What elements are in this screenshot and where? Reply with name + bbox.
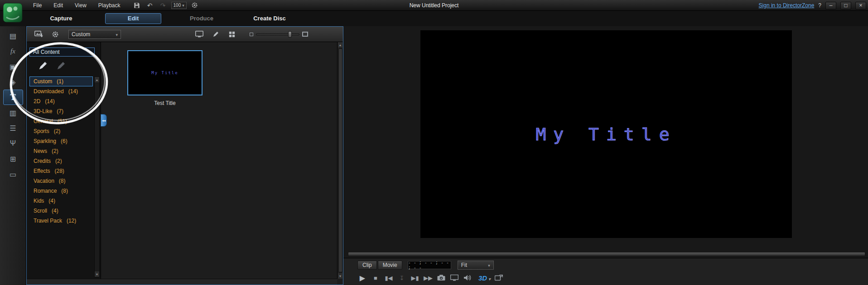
category-label: Romance: [34, 188, 57, 194]
display-mode-button[interactable]: [193, 29, 205, 39]
maximize-button[interactable]: □: [840, 2, 851, 10]
category-label: General: [34, 118, 53, 124]
preferences-button[interactable]: [190, 1, 200, 10]
help-button[interactable]: ?: [818, 2, 821, 9]
modify-template-button[interactable]: [210, 29, 222, 39]
category-downloaded[interactable]: Downloaded(14): [29, 86, 93, 96]
category-label: 3D-Like: [34, 108, 52, 114]
category-scrollbar[interactable]: ▲ ▼: [94, 76, 100, 277]
pip-objects-room-button[interactable]: ▣: [3, 59, 23, 74]
menu-playback[interactable]: Playback: [92, 0, 126, 10]
chapter-room-icon: ⊞: [10, 155, 16, 163]
fast-forward-button[interactable]: ▶▶: [423, 273, 433, 283]
modify-title-button[interactable]: [56, 60, 67, 71]
collapse-panel-handle[interactable]: ◂◂: [101, 114, 107, 127]
title-room-button[interactable]: T: [3, 90, 23, 105]
menubar-toolbar: ↶ ↷ 100: [132, 1, 200, 10]
chevron-down-icon: [488, 274, 491, 282]
audio-mixing-room-button[interactable]: ☰: [3, 120, 23, 136]
previous-frame-button[interactable]: ▮◀: [384, 273, 394, 283]
microphone-icon: Ψ: [10, 139, 16, 147]
create-title-button[interactable]: [38, 60, 48, 71]
thumbnail-size-slider: [250, 32, 308, 37]
dual-preview-button[interactable]: [449, 273, 459, 283]
timeline-zoom-control[interactable]: 100: [171, 2, 187, 9]
category-general[interactable]: General(51): [29, 116, 93, 126]
scroll-down-icon[interactable]: ▼: [95, 271, 99, 277]
menu-edit[interactable]: Edit: [48, 0, 69, 10]
small-thumbnail-icon[interactable]: [250, 33, 253, 36]
title-style-dropdown[interactable]: Custom: [68, 30, 121, 39]
scrollbar-thumb[interactable]: [338, 48, 342, 272]
next-frame-button[interactable]: ▶▮: [410, 273, 420, 283]
category-travel-pack[interactable]: Travel Pack(12): [29, 216, 93, 226]
category-sparkling[interactable]: Sparkling(6): [29, 136, 93, 146]
effect-room-button[interactable]: fx: [3, 43, 23, 59]
category-vacation[interactable]: Vacation(8): [29, 176, 93, 186]
fit-zoom-dropdown[interactable]: Fit: [458, 261, 494, 270]
all-content-dropdown[interactable]: All Content: [29, 48, 95, 57]
thumbnail-slider-thumb[interactable]: [288, 31, 292, 38]
category-2d[interactable]: 2D(14): [29, 96, 93, 106]
save-button[interactable]: [132, 1, 142, 10]
title-template-thumbnail[interactable]: My Title: [127, 50, 203, 95]
snapshot-button[interactable]: [436, 273, 446, 283]
category-label: Kids: [34, 198, 44, 204]
particle-room-button[interactable]: ◈: [3, 74, 23, 90]
effect-room-icon: fx: [10, 48, 15, 55]
category-count: (8): [59, 178, 66, 184]
category-label: 2D: [34, 98, 40, 104]
powerdirector-window: File Edit View Playback ↶ ↷ 100 New Unti…: [0, 0, 868, 285]
close-button[interactable]: ×: [855, 2, 866, 10]
category-credits[interactable]: Credits(2): [29, 156, 93, 166]
grid-view-button[interactable]: [226, 29, 238, 39]
3d-mode-button[interactable]: 3D: [478, 274, 491, 282]
scroll-up-icon[interactable]: ▲: [95, 77, 99, 82]
stop-button[interactable]: ■: [371, 273, 381, 283]
chapter-room-button[interactable]: ⊞: [3, 151, 23, 166]
signin-directorzone-link[interactable]: Sign in to DirectorZone: [759, 2, 815, 9]
transition-room-button[interactable]: ▥: [3, 105, 23, 120]
redo-button[interactable]: ↷: [158, 1, 168, 10]
library-settings-button[interactable]: [49, 29, 61, 39]
category-sports[interactable]: Sports(2): [29, 126, 93, 136]
clip-mode-button[interactable]: Clip: [357, 261, 377, 270]
library-scrollbar[interactable]: ▲ ▼: [337, 42, 343, 279]
category-kids[interactable]: Kids(4): [29, 196, 93, 206]
play-button[interactable]: ▶: [357, 273, 367, 283]
category-news[interactable]: News(2): [29, 146, 93, 156]
movie-mode-button[interactable]: Movie: [378, 261, 402, 270]
scroll-down-icon[interactable]: ▼: [338, 273, 342, 279]
subtitle-room-button[interactable]: ▭: [3, 166, 23, 182]
tab-edit[interactable]: Edit: [105, 13, 161, 24]
undo-button[interactable]: ↶: [145, 1, 155, 10]
minimize-button[interactable]: –: [825, 2, 836, 10]
category-3d-like[interactable]: 3D-Like(7): [29, 106, 93, 116]
voice-over-room-button[interactable]: Ψ: [3, 136, 23, 151]
category-effects[interactable]: Effects(28): [29, 166, 93, 176]
thumbnail-preview-text: My Title: [151, 71, 178, 75]
tab-capture[interactable]: Capture: [34, 11, 88, 26]
scroll-up-icon[interactable]: ▲: [338, 42, 342, 48]
preview-splitter-handle[interactable]: [348, 252, 865, 256]
menu-view[interactable]: View: [69, 0, 92, 10]
thumbnail-slider-track[interactable]: [256, 33, 299, 35]
media-room-button[interactable]: ▤: [3, 28, 23, 43]
volume-button[interactable]: [463, 273, 473, 283]
category-scroll[interactable]: Scroll(4): [29, 206, 93, 216]
category-custom[interactable]: Custom(1): [29, 76, 93, 86]
all-content-label: All Content: [33, 49, 60, 55]
record-button[interactable]: ↧: [397, 273, 407, 283]
menu-file[interactable]: File: [27, 0, 48, 10]
tab-produce[interactable]: Produce: [174, 11, 229, 26]
category-count: (12): [67, 218, 76, 224]
library-horizontal-scrollbar[interactable]: [27, 279, 337, 285]
category-romance[interactable]: Romance(8): [29, 186, 93, 196]
undock-preview-button[interactable]: [494, 273, 504, 283]
download-from-directorzone-button[interactable]: [33, 29, 45, 39]
timecode-display[interactable]: - - ; - - ; - - ; - -: [408, 261, 451, 269]
pen-icon: [212, 31, 219, 38]
large-thumbnail-icon[interactable]: [302, 32, 308, 37]
rendered-title-text: My Title: [535, 124, 676, 144]
tab-create-disc[interactable]: Create Disc: [238, 11, 301, 26]
